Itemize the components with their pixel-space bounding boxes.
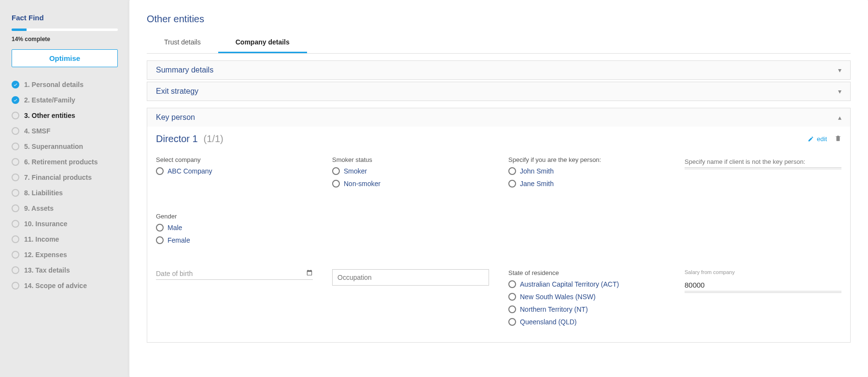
accordion-key-person-title: Key person: [156, 113, 195, 122]
sidebar-item-label: 11. Income: [24, 235, 59, 243]
smoker-option-1[interactable]: Non-smoker: [332, 180, 489, 188]
radio-icon: [508, 167, 516, 175]
tabs: Trust details Company details: [147, 33, 851, 54]
sidebar-item-label: 1. Personal details: [24, 81, 84, 88]
sidebar-item-2[interactable]: 3. Other entities: [12, 108, 118, 123]
accordion-exit-title: Exit strategy: [156, 87, 198, 96]
pencil-icon: [808, 136, 814, 142]
label-state: State of residence: [508, 269, 665, 276]
calendar-icon: [306, 269, 313, 277]
label-salary: Salary from company: [685, 269, 841, 275]
key-person-option-1[interactable]: Jane Smith: [508, 180, 665, 188]
radio-icon: [508, 318, 516, 326]
sidebar-item-label: 9. Assets: [24, 204, 54, 212]
sidebar-item-0[interactable]: 1. Personal details: [12, 77, 118, 92]
radio-label: Queensland (QLD): [520, 318, 577, 326]
label-select-company: Select company: [156, 156, 313, 163]
radio-label: Male: [168, 224, 182, 232]
sidebar-item-12[interactable]: 13. Tax details: [12, 262, 118, 278]
sidebar-item-label: 14. Scope of advice: [24, 282, 87, 290]
sidebar-item-13[interactable]: 14. Scope of advice: [12, 278, 118, 293]
sidebar-item-label: 8. Liabilities: [24, 189, 63, 197]
accordion-exit-header[interactable]: Exit strategy ▾: [147, 82, 851, 101]
company-option-0[interactable]: ABC Company: [156, 167, 313, 175]
radio-icon: [156, 224, 164, 232]
progress-label: 14% complete: [12, 36, 118, 43]
sidebar-item-7[interactable]: 8. Liabilities: [12, 185, 118, 201]
sidebar-item-label: 12. Expenses: [24, 251, 67, 259]
field-name-if-not: [685, 156, 841, 192]
label-key-person: Specify if you are the key person:: [508, 156, 665, 163]
sidebar-item-label: 7. Financial products: [24, 174, 92, 181]
sidebar-item-4[interactable]: 5. Superannuation: [12, 139, 118, 154]
field-salary: Salary from company: [685, 269, 841, 331]
radio-label: Jane Smith: [520, 180, 554, 188]
radio-label: Female: [168, 236, 190, 244]
accordion-summary: Summary details ▾: [147, 60, 851, 80]
name-if-not-input[interactable]: [685, 156, 841, 168]
tab-trust-details[interactable]: Trust details: [147, 33, 218, 53]
director-actions: edit: [808, 135, 841, 143]
label-smoker: Smoker status: [332, 156, 489, 163]
gender-option-1[interactable]: Female: [156, 236, 313, 244]
circle-icon: [12, 282, 19, 290]
smoker-option-0[interactable]: Smoker: [332, 167, 489, 175]
nav-list: 1. Personal details2. Estate/Family3. Ot…: [12, 77, 118, 293]
radio-icon: [156, 167, 164, 175]
sidebar-item-9[interactable]: 10. Insurance: [12, 216, 118, 232]
sidebar-item-label: 3. Other entities: [24, 112, 75, 119]
chevron-up-icon: ▴: [838, 114, 841, 121]
radio-label: Smoker: [344, 167, 367, 175]
sidebar-item-label: 6. Retirement products: [24, 158, 98, 166]
form-grid: Select company ABC Company Smoker status…: [156, 156, 841, 331]
check-circle-icon: [12, 81, 19, 88]
circle-icon: [12, 127, 19, 135]
circle-icon: [12, 220, 19, 228]
director-count: (1/1): [204, 133, 224, 144]
accordion-key-person-body: Director 1 (1/1) edit: [147, 127, 851, 343]
circle-icon: [12, 189, 19, 197]
salary-input[interactable]: [685, 279, 841, 291]
key-person-option-0[interactable]: John Smith: [508, 167, 665, 175]
state-option-0[interactable]: Australian Capital Territory (ACT): [508, 280, 665, 288]
trash-icon: [835, 135, 841, 142]
tab-company-details[interactable]: Company details: [218, 33, 307, 53]
state-option-2[interactable]: Northern Territory (NT): [508, 305, 665, 313]
circle-icon: [12, 174, 19, 181]
accordion-key-person-header[interactable]: Key person ▴: [147, 108, 851, 127]
field-dob: Date of birth: [156, 269, 313, 331]
field-key-person: Specify if you are the key person: John …: [508, 156, 665, 192]
sidebar-item-1[interactable]: 2. Estate/Family: [12, 92, 118, 108]
sidebar-title: Fact Find: [12, 14, 118, 22]
state-option-1[interactable]: New South Wales (NSW): [508, 293, 665, 301]
optimise-button[interactable]: Optimise: [12, 49, 118, 67]
progress-fill: [12, 29, 27, 31]
sidebar-item-3[interactable]: 4. SMSF: [12, 123, 118, 139]
radio-icon: [508, 180, 516, 188]
sidebar-item-label: 10. Insurance: [24, 220, 68, 228]
sidebar-item-10[interactable]: 11. Income: [12, 232, 118, 247]
radio-label: New South Wales (NSW): [520, 293, 596, 301]
dob-input[interactable]: Date of birth: [156, 269, 313, 280]
sidebar-item-6[interactable]: 7. Financial products: [12, 170, 118, 185]
sidebar-item-5[interactable]: 6. Retirement products: [12, 154, 118, 170]
radio-label: ABC Company: [168, 167, 212, 175]
director-header-row: Director 1 (1/1) edit: [156, 133, 841, 145]
radio-icon: [508, 305, 516, 313]
sidebar-item-8[interactable]: 9. Assets: [12, 201, 118, 216]
accordion-summary-header[interactable]: Summary details ▾: [147, 60, 851, 80]
sidebar-item-label: 13. Tax details: [24, 266, 70, 274]
field-smoker: Smoker status SmokerNon-smoker: [332, 156, 489, 192]
occupation-input[interactable]: [332, 269, 489, 286]
edit-button[interactable]: edit: [808, 135, 827, 143]
gender-option-0[interactable]: Male: [156, 224, 313, 232]
chevron-down-icon: ▾: [838, 66, 841, 74]
sidebar-item-11[interactable]: 12. Expenses: [12, 247, 118, 262]
circle-icon: [12, 112, 19, 119]
check-circle-icon: [12, 96, 19, 104]
edit-label: edit: [817, 135, 827, 143]
circle-icon: [12, 158, 19, 166]
accordion-key-person: Key person ▴ Director 1 (1/1) edit: [147, 108, 851, 343]
delete-button[interactable]: [835, 135, 841, 143]
state-option-3[interactable]: Queensland (QLD): [508, 318, 665, 326]
